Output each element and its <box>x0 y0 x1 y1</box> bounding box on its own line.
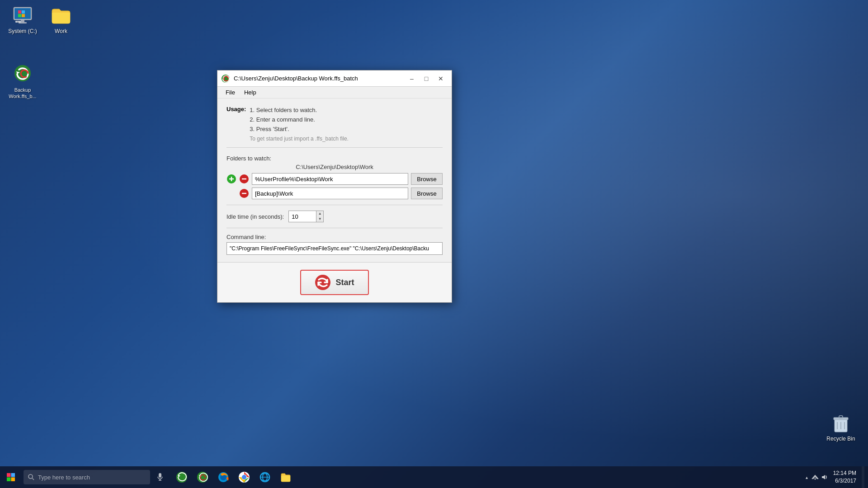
taskbar-app-ie[interactable] <box>255 467 275 487</box>
work-folder-label: Work <box>55 28 67 35</box>
file-explorer-icon <box>279 471 292 483</box>
svg-rect-28 <box>7 478 11 482</box>
separator-1 <box>226 205 443 205</box>
dialog-content: Usage: 1. Select folders to watch. 2. En… <box>217 99 452 262</box>
usage-step-1: 1. Select folders to watch. <box>250 106 349 115</box>
idle-time-input[interactable] <box>289 211 316 222</box>
recycle-bin-label: Recycle Bin <box>826 436 855 443</box>
taskbar-app-ffs-main[interactable] <box>193 467 212 487</box>
svg-rect-2 <box>18 10 21 14</box>
remove-folder-button-1[interactable] <box>239 174 249 184</box>
separator-2 <box>226 228 443 228</box>
folder-path-display: C:\Users\Zenju\Desktop\Work <box>226 164 443 170</box>
title-bar-text: C:\Users\Zenju\Desktop\Backup Work.ffs_b… <box>234 75 405 82</box>
ffs-title-icon <box>221 74 230 83</box>
work-folder-icon <box>50 5 72 26</box>
taskbar-app-firefox[interactable] <box>213 467 233 487</box>
taskbar-systray: ▴ 12:14 PM 6/3/2017 <box>804 466 868 488</box>
chrome-icon <box>238 471 250 483</box>
start-button-icon <box>315 274 331 291</box>
taskbar-app-chrome[interactable] <box>234 467 254 487</box>
start-button-label: Start <box>335 278 354 287</box>
minimize-button[interactable]: – <box>405 72 419 85</box>
desktop-icon-system-c[interactable]: C: System (C:) <box>5 5 41 35</box>
svg-rect-3 <box>22 10 25 14</box>
svg-rect-32 <box>159 473 161 478</box>
folder-row-1: Browse <box>226 173 443 185</box>
network-icon <box>811 474 819 481</box>
desktop-icon-backup[interactable]: Backup Work.ffs_b... <box>5 63 41 100</box>
svg-rect-6 <box>21 20 24 22</box>
idle-label: Idle time (in seconds): <box>226 213 284 220</box>
menu-file[interactable]: File <box>221 88 240 97</box>
usage-hint: To get started just import a .ffs_batch … <box>250 136 349 142</box>
usage-label: Usage: <box>226 106 246 142</box>
idle-spin-up[interactable]: ▲ <box>316 211 323 216</box>
taskbar-search-box[interactable] <box>24 470 150 484</box>
microphone-button[interactable] <box>152 469 168 485</box>
svg-point-25 <box>315 275 330 290</box>
ffs-realtime-icon <box>175 471 188 483</box>
usage-steps: 1. Select folders to watch. 2. Enter a c… <box>250 106 349 142</box>
clock-date: 6/3/2017 <box>833 477 856 485</box>
firefox-icon <box>217 471 230 483</box>
svg-rect-5 <box>22 14 25 17</box>
svg-rect-29 <box>11 478 15 482</box>
cmd-input[interactable] <box>226 242 443 255</box>
usage-step-3: 3. Press 'Start'. <box>250 125 349 134</box>
taskbar-start-button[interactable] <box>0 466 22 488</box>
svg-rect-27 <box>11 473 15 477</box>
browse-button-1[interactable]: Browse <box>411 173 443 185</box>
svg-rect-26 <box>7 473 11 477</box>
search-input[interactable] <box>38 474 128 481</box>
start-section: Start <box>217 262 452 302</box>
remove-folder-button-2[interactable] <box>239 188 249 198</box>
usage-step-2: 2. Enter a command line. <box>250 115 349 125</box>
idle-row: Idle time (in seconds): ▲ ▼ <box>226 211 443 222</box>
title-bar: C:\Users\Zenju\Desktop\Backup Work.ffs_b… <box>217 70 452 87</box>
show-desktop-button[interactable] <box>862 466 864 488</box>
realtime-sync-dialog: C:\Users\Zenju\Desktop\Backup Work.ffs_b… <box>217 70 452 303</box>
browse-button-2[interactable]: Browse <box>411 188 443 199</box>
svg-rect-4 <box>18 14 21 17</box>
ie-icon <box>259 471 271 483</box>
taskbar-app-explorer[interactable] <box>276 467 296 487</box>
system-c-icon: C: <box>12 5 33 26</box>
cmd-label: Command line: <box>226 234 443 240</box>
taskbar-app-ffs-realtime[interactable] <box>172 467 192 487</box>
svg-rect-46 <box>862 466 864 488</box>
folders-label: Folders to watch: <box>226 155 443 162</box>
system-clock[interactable]: 12:14 PM 6/3/2017 <box>830 468 860 487</box>
microphone-icon <box>157 473 163 482</box>
volume-icon <box>821 474 828 481</box>
system-c-label: System (C:) <box>8 28 37 35</box>
search-icon <box>28 474 34 480</box>
menu-bar: File Help <box>217 87 452 99</box>
systray-expand-button[interactable]: ▴ <box>804 473 810 482</box>
idle-spinner: ▲ ▼ <box>316 211 323 222</box>
clock-time: 12:14 PM <box>833 469 856 477</box>
folder-input-1[interactable] <box>252 173 408 185</box>
taskbar-apps <box>172 467 296 487</box>
svg-point-45 <box>814 479 816 480</box>
desktop-icon-work[interactable]: Work <box>43 5 79 35</box>
recycle-bin-icon <box>830 412 852 434</box>
menu-help[interactable]: Help <box>240 88 261 97</box>
backup-ffs-icon <box>12 63 33 85</box>
usage-section: Usage: 1. Select folders to watch. 2. En… <box>226 106 443 148</box>
idle-input-wrap: ▲ ▼ <box>288 211 324 222</box>
folder-input-2[interactable] <box>252 188 408 199</box>
backup-label: Backup Work.ffs_b... <box>9 87 36 100</box>
svg-line-31 <box>33 479 34 480</box>
title-bar-controls: – □ ✕ <box>405 72 448 85</box>
close-button[interactable]: ✕ <box>434 72 448 85</box>
svg-point-30 <box>28 474 33 479</box>
maximize-button[interactable]: □ <box>419 72 434 85</box>
svg-text:C:: C: <box>17 21 19 23</box>
add-folder-button[interactable] <box>226 174 236 184</box>
desktop-icon-recycle-bin[interactable]: Recycle Bin <box>823 412 859 443</box>
desktop: C: System (C:) Work Backup <box>0 0 868 488</box>
ffs-main-icon <box>196 471 209 483</box>
idle-spin-down[interactable]: ▼ <box>316 216 323 222</box>
start-button[interactable]: Start <box>300 270 368 295</box>
